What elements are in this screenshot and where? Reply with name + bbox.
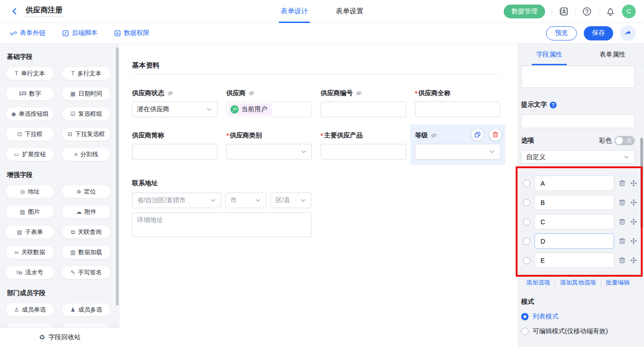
- main-products-input[interactable]: [321, 144, 406, 159]
- option-value-input[interactable]: [535, 214, 614, 229]
- chevron-down-icon: [489, 148, 495, 155]
- radio-icon: ◉: [11, 111, 16, 117]
- share-button[interactable]: [620, 25, 636, 41]
- drag-option-handle[interactable]: [630, 257, 637, 264]
- app-header: 供应商注册 表单设计 表单设置 数据管理 C: [0, 0, 644, 23]
- field-title-input-clipped[interactable]: [521, 67, 635, 88]
- delete-option-button[interactable]: [618, 218, 626, 226]
- hint-text-input[interactable]: [521, 114, 635, 128]
- drag-option-handle[interactable]: [630, 218, 637, 226]
- grade-select[interactable]: [415, 144, 500, 159]
- field-item-location[interactable]: ⊕定位: [62, 185, 110, 198]
- add-option-link[interactable]: 添加选项: [526, 279, 550, 287]
- delete-field-button[interactable]: [489, 129, 501, 141]
- delete-option-button[interactable]: [618, 257, 626, 264]
- province-select[interactable]: 省/自治区/直辖市: [132, 193, 221, 208]
- field-item-attachment[interactable]: ☁附件: [62, 205, 110, 218]
- field-item-datetime[interactable]: ▦日期时间: [62, 87, 110, 100]
- field-item-radio-group[interactable]: ◉单选按钮组: [6, 108, 54, 120]
- user-avatar[interactable]: C: [622, 5, 636, 18]
- field-item-serial-number[interactable]: №流水号: [6, 266, 54, 279]
- drag-option-handle[interactable]: [630, 180, 637, 187]
- field-item-multi-dropdown[interactable]: ⊟下拉复选框: [62, 128, 110, 141]
- save-button[interactable]: 保存: [584, 26, 613, 40]
- option-radio[interactable]: [523, 218, 530, 226]
- number-icon: 123: [19, 91, 27, 96]
- drag-option-handle[interactable]: [630, 238, 637, 245]
- option-value-input[interactable]: [535, 233, 614, 249]
- backend-script-link[interactable]: 后端脚本: [62, 29, 98, 37]
- field-supplier-full-name[interactable]: *供应商全称: [415, 89, 500, 117]
- mode-editable-radio[interactable]: 可编辑模式(仅移动端有效): [521, 327, 635, 336]
- supplier-short-name-input[interactable]: [132, 144, 218, 159]
- batch-edit-link[interactable]: 批量编辑: [606, 279, 630, 287]
- field-item-image[interactable]: ▨图片: [6, 205, 54, 218]
- field-supplier[interactable]: 供应商 户当前用户: [226, 89, 312, 117]
- field-supplier-status[interactable]: 供应商状态 潜在供应商: [132, 89, 218, 117]
- field-item-divider-line[interactable]: ≡分割线: [62, 148, 110, 161]
- tab-field-properties[interactable]: 字段属性: [518, 44, 581, 65]
- delete-option-button[interactable]: [618, 238, 626, 245]
- delete-option-button[interactable]: [618, 199, 626, 206]
- supplier-category-select[interactable]: [226, 144, 312, 159]
- option-radio[interactable]: [523, 257, 530, 264]
- option-source-select[interactable]: 自定义: [521, 150, 635, 164]
- header-tabs: 表单设计 表单设置: [281, 0, 363, 23]
- data-manage-button[interactable]: 数据管理: [504, 5, 545, 18]
- field-item-signature[interactable]: ✎手写签名: [62, 266, 110, 279]
- option-radio[interactable]: [523, 180, 530, 187]
- data-permission-link[interactable]: 数据权限: [114, 29, 150, 37]
- field-item-data-load[interactable]: ▥数据加载: [62, 246, 110, 259]
- copy-field-button[interactable]: [472, 129, 483, 141]
- field-contact-address[interactable]: 联系地址 省/自治区/直辖市 市 区/县: [132, 179, 311, 239]
- tab-form-design[interactable]: 表单设计: [281, 0, 308, 23]
- district-select[interactable]: 区/县: [270, 193, 311, 208]
- supplier-status-select[interactable]: 潜在供应商: [132, 102, 218, 117]
- dictionary-icon[interactable]: [558, 6, 569, 17]
- field-item-extend-button[interactable]: ▭扩展按钮: [6, 148, 54, 161]
- option-value-input[interactable]: [535, 176, 614, 191]
- color-toggle[interactable]: 关: [615, 136, 635, 145]
- help-badge-icon[interactable]: ?: [550, 102, 557, 108]
- field-item-address[interactable]: ◎地址: [6, 185, 54, 198]
- move-icon: [630, 199, 637, 206]
- field-item-member-single[interactable]: ♙成员单选: [6, 303, 54, 316]
- form-external-link[interactable]: 表单外链: [10, 29, 46, 37]
- detail-address-textarea[interactable]: [132, 212, 311, 237]
- supplier-member-field[interactable]: 户当前用户: [226, 102, 312, 117]
- option-radio[interactable]: [523, 238, 530, 245]
- delete-option-button[interactable]: [618, 180, 626, 187]
- field-recycle-bin[interactable]: ♻字段回收站: [0, 328, 120, 347]
- field-item-subform[interactable]: ▤子表单: [6, 226, 54, 239]
- preview-button[interactable]: 预览: [546, 26, 577, 40]
- field-item-single-line-text[interactable]: T单行文本: [6, 67, 54, 80]
- drag-option-handle[interactable]: [630, 199, 637, 206]
- sidebar-scrollbar[interactable]: [116, 47, 119, 306]
- supplier-no-input[interactable]: [321, 102, 406, 117]
- tab-form-settings[interactable]: 表单设置: [336, 0, 363, 23]
- back-button[interactable]: [9, 6, 19, 17]
- supplier-full-name-input[interactable]: [415, 102, 500, 117]
- option-value-input[interactable]: [535, 195, 614, 210]
- field-item-relation-query[interactable]: ⧉关联查询: [62, 226, 110, 239]
- mode-list-radio[interactable]: 列表模式: [521, 313, 635, 321]
- field-item-relation-data[interactable]: ∞关联数据: [6, 246, 54, 259]
- field-item-dropdown[interactable]: ⊡下拉框: [6, 128, 54, 141]
- field-item-member-multi[interactable]: ♟成员多选: [62, 303, 110, 316]
- move-icon: [630, 257, 637, 264]
- option-radio[interactable]: [523, 199, 530, 206]
- field-item-checkbox-group[interactable]: ☑复选框组: [62, 108, 110, 120]
- field-supplier-no[interactable]: 供应商编号: [321, 89, 406, 117]
- field-main-products[interactable]: *主要供应产品: [321, 131, 406, 159]
- field-grade-selected[interactable]: 等级: [415, 131, 500, 165]
- field-item-multi-line-text[interactable]: T多行文本: [62, 67, 110, 80]
- option-value-input[interactable]: [535, 253, 614, 268]
- field-supplier-category[interactable]: *供应商类别: [226, 131, 312, 159]
- field-item-number[interactable]: 123数字: [6, 87, 54, 100]
- add-other-option-link[interactable]: 添加其他选项: [560, 279, 596, 287]
- city-select[interactable]: 市: [225, 193, 266, 208]
- tab-form-properties[interactable]: 表单属性: [581, 44, 644, 65]
- notification-bell-icon[interactable]: [605, 6, 615, 17]
- help-icon[interactable]: [582, 6, 592, 17]
- field-supplier-short-name[interactable]: 供应商简称: [132, 131, 218, 159]
